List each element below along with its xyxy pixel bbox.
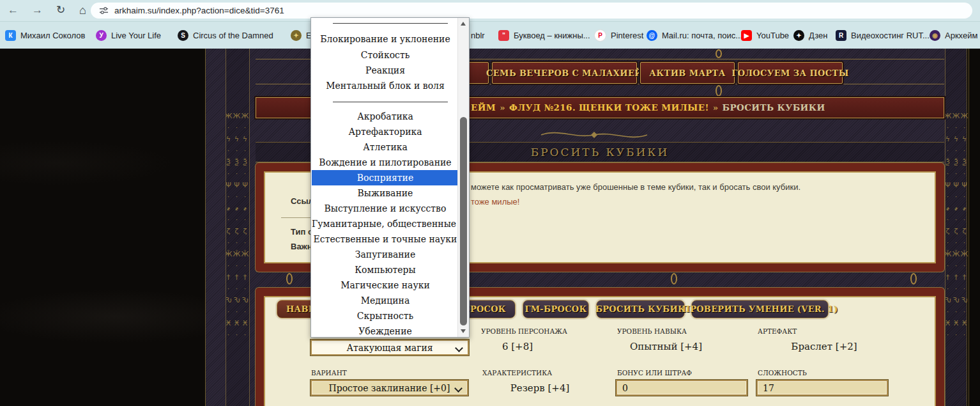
variant-select[interactable]: Простое заклинание [+0] [310,380,468,396]
dropdown-option[interactable]: Убеждение [312,324,459,339]
dropdown-option[interactable]: Ментальный блок и воля [312,78,459,93]
chain-link-icon [671,273,677,285]
page-background: Ж·ϟ·Ѯ·Ψ·҂·ζ·Ӂ·†·Ԅ·Ӿ· Ж·ϟ·Ѯ·Ψ·҂·ζ·Ӂ·†·Ԅ·Ӿ… [0,48,980,406]
dropdown-option[interactable]: Выступление и искусство [312,201,459,216]
bookmark-item[interactable]: SCircus of the Damned [178,29,273,42]
chevron-down-icon [454,384,463,393]
bookmark-label: Михаил Соколов [20,31,85,40]
bookmark-label: nblr [471,31,485,40]
char-level-value: 6 [+8] [476,341,559,352]
dropdown-option[interactable]: Скрытность [312,308,459,324]
dropdown-option[interactable]: Магические науки [312,277,459,293]
dropdown-option[interactable]: Компьютеры [312,262,459,277]
dropdown-separator [333,102,448,102]
dropdown-option[interactable]: Естественные и точные науки [312,231,459,247]
mailru-icon: @ [647,30,657,41]
nav-tab-golosuem[interactable]: ГОЛОСУЕМ ЗА ПОСТЫ [738,62,843,84]
roll-die-button[interactable]: БРОСИТЬ КУБИК [596,300,685,318]
bookmark-item[interactable]: ▶YouTube [741,29,789,42]
page-title: БРОСИТЬ КУБИКИ [531,146,670,159]
nav-tab-malakhiya[interactable]: СЕМЬ ВЕЧЕРОВ С МАЛАХИЕЙ [492,62,637,84]
forward-icon[interactable]: → [32,2,43,19]
dropdown-scrollbar[interactable] [457,18,469,337]
arkhaim-icon: ◉ [930,30,940,41]
bookmark-label: Буквоед – книжны... [514,31,590,40]
artifact-label: АРТЕФАКТ [758,327,797,336]
scroll-up-icon[interactable] [461,22,466,26]
breadcrumb-link-forum[interactable]: ЕЙМ [471,102,496,113]
dropdown-option[interactable]: Атлетика [312,139,459,155]
dropdown-option[interactable]: Выживание [312,185,459,201]
difficulty-input[interactable] [756,380,888,396]
bookmark-item[interactable]: КМихаил Соколов [5,29,85,42]
gm-roll-button[interactable]: ГМ-БРОСОК [523,300,589,318]
chevron-down-icon [455,344,463,352]
chain-link-icon [286,273,293,285]
bookmark-label: Live Your Life [111,31,161,40]
bookmark-item[interactable]: PPinterest [594,29,643,42]
rune-border-left: Ж·ϟ·Ѯ·Ψ·҂·ζ·Ӂ·†·Ԅ·Ӿ· Ж·ϟ·Ѯ·Ψ·҂·ζ·Ӂ·†·Ԅ·Ӿ… [226,48,250,406]
bookmark-label: Видеохостинг RUT... [851,31,930,40]
bookmark-label: Pinterest [611,31,643,40]
check-skill-button[interactable]: ПРОВЕРИТЬ УМЕНИЕ (VER. 1) [691,300,829,318]
reload-icon[interactable]: ↻ [56,2,65,19]
bookmark-item[interactable]: RВидеохостинг RUT... [836,29,930,42]
dropdown-option[interactable]: Стойкость [312,47,459,63]
dropdown-option[interactable]: Акробатика [312,109,459,124]
browser-toolbar: ← → ↻ ⌂ arkhaim.su/index.php?action=dice… [0,0,980,21]
url-text: arkhaim.su/index.php?action=dice&tid=376… [114,6,284,15]
artifact-value: Браслет [+2] [770,341,878,352]
bookmark-item[interactable]: ◉Аркхейм [930,29,977,42]
dropdown-option[interactable]: Вождение и пилотирование [312,155,459,170]
bookmark-item[interactable]: ”Буквоед – книжны... [498,29,590,42]
dropdown-option[interactable]: Гуманитарные, общественные науки [312,216,459,231]
address-bar[interactable]: arkhaim.su/index.php?action=dice&tid=376… [91,3,972,19]
home-icon[interactable]: ⌂ [79,2,86,19]
skill-level-value: Опытный [+4] [613,341,719,352]
bonus-input[interactable] [616,380,747,396]
dropdown-option[interactable]: Блокирование и уклонение [312,31,459,47]
bonus-label: БОНУС ИЛИ ШТРАФ [617,369,692,377]
info-text: можете как просматривать уже брошенные в… [471,182,800,192]
bookmark-item[interactable]: УLive Your Life [96,29,161,42]
bookmark-label: Дзен [809,31,827,40]
topic-link[interactable]: тоже милые! [471,197,519,207]
back-icon[interactable]: ← [8,2,19,19]
bookmarks-bar: КМихаил СоколовУLive Your LifeSCircus of… [0,21,980,49]
char-level-label: УРОВЕНЬ ПЕРСОНАЖА [481,327,567,336]
dropdown-option[interactable]: Медицина [312,293,459,308]
breadcrumb-link-topic[interactable]: ФЛУД №216. ЩЕНКИ ТОЖЕ МИЛЫЕ! [509,102,709,113]
skill-level-label: УРОВЕНЬ НАВЫКА [617,327,687,336]
bookmark-item[interactable]: nblr [471,29,485,42]
characteristic-value: Резерв [+4] [492,382,588,394]
chain-link-icon [716,85,722,97]
bookmark-item[interactable]: @Mail.ru: почта, поис... [647,29,742,42]
dzen-icon: ✦ [793,30,804,41]
live-your-life-icon: У [96,30,107,41]
variant-label: ВАРИАНТ [311,369,347,377]
circus-of-the-damned-icon: S [178,30,188,41]
rutube-icon: R [836,30,846,41]
youtube-icon: ▶ [741,30,752,41]
dropdown-option[interactable]: Артефакторика [312,124,459,139]
site-settings-icon[interactable] [99,6,109,15]
skill-dropdown-popup: Блокирование и уклонениеСтойкостьРеакция… [310,17,470,338]
breadcrumb-current: БРОСИТЬ КУБИКИ [723,102,825,113]
bookmark-label: Mail.ru: почта, поис... [662,31,742,40]
dropdown-option[interactable]: Запугивание [312,247,459,262]
dropdown-option[interactable]: Восприятие [312,170,459,185]
scrollbar-thumb[interactable] [460,117,467,325]
scroll-down-icon[interactable] [461,329,466,333]
chain-link-icon [910,273,917,285]
rune-border-right: Ж·ϟ·Ѯ·Ψ·҂·ζ·Ӂ·†·Ԅ·Ӿ· Ж·ϟ·Ѯ·Ψ·҂·ζ·Ӂ·†·Ԅ·Ӿ… [945,48,969,406]
bookmark-item[interactable]: ✦Дзен [793,29,827,42]
nav-tab-aktiv-marta[interactable]: АКТИВ МАРТА [640,62,735,84]
bookmark-label: Аркхейм [945,31,977,40]
difficulty-label: СЛОЖНОСТЬ [758,369,807,377]
skill-select[interactable]: Атакующая магия [310,340,469,355]
dropdown-separator [333,23,448,24]
dropdown-option[interactable]: Реакция [312,63,459,78]
bukvoed-icon: ” [498,30,509,41]
bookmark-label: Circus of the Damned [193,31,273,40]
flourish-ornament [540,130,648,140]
